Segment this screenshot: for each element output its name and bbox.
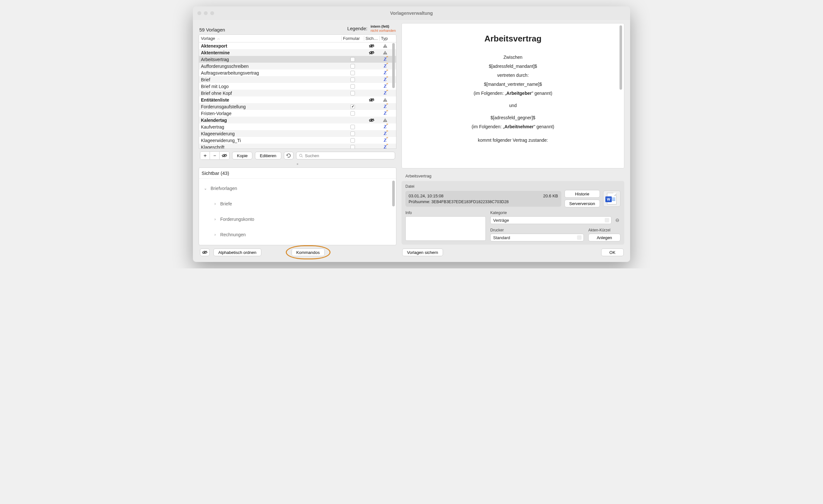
row-form[interactable] [341,84,364,89]
table-toolbar: ＋ － Kopie Editieren [199,149,396,162]
table-row[interactable]: KlageschriftZ [199,144,396,149]
printer-select[interactable]: Standard ▴▾ [490,234,584,241]
commands-button[interactable]: Kommandos [292,248,325,256]
table-row[interactable]: Fristen-VorlageZ [199,110,396,117]
tree-subitem[interactable]: ›Forderungskonto [199,211,396,227]
checkbox[interactable] [350,71,355,75]
checkbox[interactable] [350,138,355,143]
col-formular[interactable]: Formular [341,36,364,41]
checkbox[interactable] [350,91,355,96]
svg-rect-7 [385,53,385,54]
table-row[interactable]: KaufvertragZ [199,124,396,130]
search-field[interactable] [296,152,395,159]
table-row[interactable]: AufforderungsschreibenZ [199,63,396,69]
warning-icon [382,98,388,103]
close-icon[interactable] [197,11,201,15]
table-row[interactable]: BriefZ [199,76,396,83]
checkbox[interactable] [350,145,355,149]
row-name: Fristen-Vorlage [199,111,341,116]
row-form[interactable] [341,105,364,109]
row-form[interactable] [341,111,364,116]
col-typ[interactable]: Typ [379,36,391,41]
hide-button[interactable] [219,152,229,159]
row-visibility[interactable] [364,98,379,102]
col-vorlage[interactable]: Vorlage ︿ [199,36,341,41]
row-name: Klageerwiderung [199,131,341,136]
table-row[interactable]: ArbeitsvertragZ [199,56,396,63]
sort-alpha-button[interactable]: Alphabetisch ordnen [213,248,262,256]
add-button[interactable]: ＋ [200,152,210,159]
table-row[interactable]: ForderunsgaufstellungZ [199,103,396,110]
row-form[interactable] [341,91,364,96]
remove-button[interactable]: － [210,152,219,159]
scrollbar[interactable] [392,43,395,148]
preview-line: (im Folgenden: „Arbeitnehmer" genannt) [415,124,611,129]
split-handle[interactable]: • [199,162,396,166]
checkbox[interactable] [350,132,355,136]
row-form[interactable] [341,138,364,143]
history-button[interactable]: Historie [564,190,600,198]
search-input[interactable] [305,153,392,158]
table-row[interactable]: Brief ohne KopfZ [199,90,396,97]
table-row[interactable]: Aktenexport [199,42,396,49]
scrollbar[interactable] [392,181,395,243]
tree-subitem[interactable]: ›Rechnungen [199,227,396,242]
window-title: Vorlagenverwaltung [193,11,630,16]
checkbox[interactable] [350,57,355,62]
row-name: Klageschrift [199,145,341,149]
eye-off-icon [369,44,374,48]
table-row[interactable]: Kalendertag [199,117,396,124]
table-row[interactable]: Entitätenliste [199,97,396,103]
table-row[interactable]: Klageerwiderung_TiZ [199,137,396,144]
eye-off-icon [369,50,374,55]
copy-button[interactable]: Kopie [232,152,253,159]
titlebar: Vorlagenverwaltung [193,6,630,20]
refresh-button[interactable] [284,152,294,159]
row-visibility[interactable] [364,50,379,55]
z-type-icon: Z [383,77,386,82]
category-settings-icon[interactable]: ⊖ [614,217,621,223]
anlegen-button[interactable]: Anlegen [588,234,621,241]
row-form[interactable] [341,64,364,68]
hide-toggle-button[interactable] [200,248,210,256]
checkbox[interactable] [350,64,355,68]
serverversion-button[interactable]: Serverversion [564,200,600,207]
info-textarea[interactable] [405,216,486,241]
checkbox[interactable] [350,105,355,109]
row-type [379,43,391,48]
table-row[interactable]: Brief mit LogoZ [199,83,396,90]
row-form[interactable] [341,145,364,149]
minimize-icon[interactable] [204,11,208,15]
col-sichtbar[interactable]: Sich… [364,36,379,41]
table-row[interactable]: AuftragsverarbeitungsvertragZ [199,69,396,76]
z-type-icon: Z [383,124,386,129]
edit-button[interactable]: Editieren [255,152,281,159]
zoom-icon[interactable] [210,11,214,15]
file-info: 03.01.24, 10:15:08 20.6 KB Prüfsumme: 3E… [405,191,561,207]
table-row[interactable]: Aktentermine [199,49,396,56]
visible-head: Sichtbar (43) [199,168,396,179]
row-form[interactable] [341,132,364,136]
row-type: Z [379,111,391,116]
row-visibility[interactable] [364,118,379,123]
checkbox[interactable] [350,84,355,89]
scrollbar[interactable] [620,25,623,166]
category-select[interactable]: Verträge ▴▾ [490,216,612,224]
table-row[interactable]: KlageerwiderungZ [199,130,396,137]
row-name: Brief ohne Kopf [199,91,341,96]
row-visibility[interactable] [364,44,379,48]
checkbox[interactable] [350,77,355,82]
tree-group[interactable]: ⌄Briefvorlagen [199,181,396,196]
tree-subitem[interactable]: ›Briefe [199,196,396,211]
app-window: Vorlagenverwaltung 59 Vorlagen Legende: … [193,6,630,262]
checkbox[interactable] [350,125,355,129]
save-templates-button[interactable]: Vorlagen sichern [402,248,443,256]
table-header: Vorlage ︿ Formular Sich… Typ [199,35,396,42]
ok-button[interactable]: OK [601,248,624,256]
open-word-button[interactable]: W [603,191,621,207]
row-form[interactable] [341,125,364,129]
row-form[interactable] [341,77,364,82]
checkbox[interactable] [350,111,355,116]
row-form[interactable] [341,57,364,62]
row-form[interactable] [341,71,364,75]
